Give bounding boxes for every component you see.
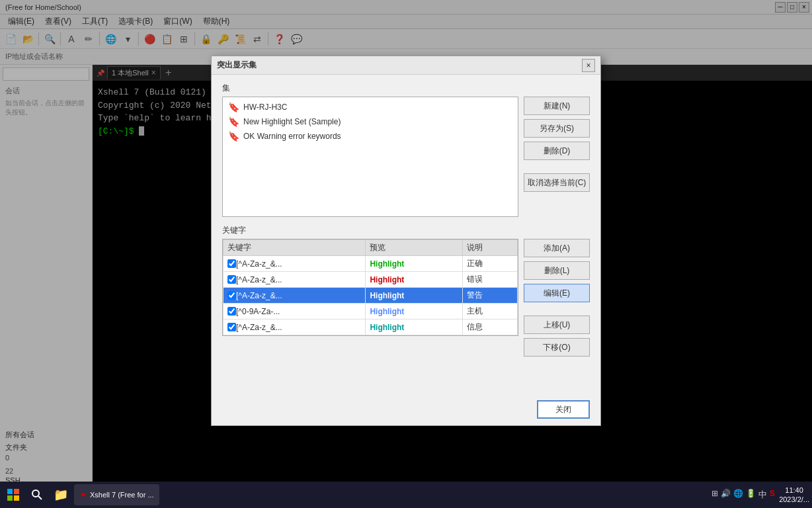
keyword-section-row: 关键字 预览 说明 xyxy=(222,239,590,357)
taskbar-app-s[interactable]: S xyxy=(770,489,775,501)
taskbar-xshell-app[interactable]: ✦ Xshell 7 (Free for ... xyxy=(74,484,159,505)
svg-rect-1 xyxy=(14,489,19,494)
col-preview: 预览 xyxy=(366,240,462,256)
kw-4-check-cell: [^A-Za-z_&... xyxy=(223,319,366,335)
set-list-container: 🔖 HW-RJ-H3C 🔖 New Highlight Set (Sample)… xyxy=(222,97,518,217)
kw-2-desc: 警告 xyxy=(462,288,517,304)
cancel-select-button[interactable]: 取消选择当前(C) xyxy=(524,173,590,192)
taskbar: 📁 ✦ Xshell 7 (Free for ... ⊞ 🔊 🌐 🔋 中 S 1… xyxy=(0,482,812,508)
save-as-button[interactable]: 另存为(S) xyxy=(524,119,590,138)
kw-2-checkbox[interactable] xyxy=(227,291,236,300)
kw-0-keyword: [^A-Za-z_&... xyxy=(236,259,282,269)
kw-1-keyword: [^A-Za-z_&... xyxy=(236,275,282,284)
add-kw-button[interactable]: 添加(A) xyxy=(524,239,590,257)
kw-1-check-cell: [^A-Za-z_&... xyxy=(223,272,366,288)
taskbar-app-label: Xshell 7 (Free for ... xyxy=(90,491,154,499)
kw-row-3[interactable]: [^0-9A-Za-... Highlight 主机 xyxy=(223,304,518,319)
kw-4-desc: 信息 xyxy=(462,319,517,335)
set-item-hw[interactable]: 🔖 HW-RJ-H3C xyxy=(223,100,518,114)
set-btn-panel: 新建(N) 另存为(S) 删除(D) 取消选择当前(C) xyxy=(524,97,590,192)
taskbar-icon-2[interactable]: 🔊 xyxy=(721,489,731,501)
kw-row-0[interactable]: [^A-Za-z_&... Highlight 正确 xyxy=(223,256,518,272)
windows-icon xyxy=(7,488,20,501)
set-list-frame: 🔖 HW-RJ-H3C 🔖 New Highlight Set (Sample)… xyxy=(222,97,518,217)
set-item-ok[interactable]: 🔖 OK Warning error keywords xyxy=(223,129,518,144)
kw-2-preview: Highlight xyxy=(366,288,462,304)
kw-3-highlight: Highlight xyxy=(370,307,404,316)
kw-3-keyword: [^0-9A-Za-... xyxy=(236,307,280,316)
highlight-dialog: 突出显示集 × 集 🔖 HW-RJ-H3C xyxy=(211,56,601,426)
kw-0-preview: Highlight xyxy=(366,256,462,272)
taskbar-icon-3[interactable]: 🌐 xyxy=(733,489,743,501)
set-item-2-label: OK Warning error keywords xyxy=(243,132,341,141)
kw-0-checkbox[interactable] xyxy=(227,259,236,268)
svg-point-4 xyxy=(32,490,39,497)
set-icon-0: 🔖 xyxy=(228,102,239,112)
dialog-close-x-button[interactable]: × xyxy=(582,59,595,72)
kw-1-checkbox[interactable] xyxy=(227,275,236,284)
taskbar-files-icon[interactable]: 📁 xyxy=(50,484,71,505)
kw-4-highlight: Highlight xyxy=(370,323,404,332)
dialog-close-button[interactable]: 关闭 xyxy=(537,400,590,419)
kw-4-preview: Highlight xyxy=(366,319,462,335)
keyword-table-frame: 关键字 预览 说明 xyxy=(222,239,518,336)
taskbar-search-icon[interactable] xyxy=(26,484,48,505)
set-icon-2: 🔖 xyxy=(228,131,239,142)
taskbar-date: 2023/2/... xyxy=(779,495,809,504)
kw-3-checkbox[interactable] xyxy=(227,307,236,316)
set-section: 集 🔖 HW-RJ-H3C 🔖 New Highlig xyxy=(222,83,590,217)
delete-kw-button[interactable]: 删除(L) xyxy=(524,261,590,280)
search-icon xyxy=(31,489,43,501)
kw-3-desc: 主机 xyxy=(462,304,517,319)
svg-rect-0 xyxy=(7,489,13,494)
svg-line-5 xyxy=(38,496,42,499)
new-set-button[interactable]: 新建(N) xyxy=(524,97,590,115)
keyword-table: 关键字 预览 说明 xyxy=(223,239,518,335)
kw-2-keyword: [^A-Za-z_&... xyxy=(236,291,282,300)
taskbar-time: 11:40 xyxy=(779,486,809,495)
delete-set-button[interactable]: 删除(D) xyxy=(524,142,590,160)
move-down-button[interactable]: 下移(O) xyxy=(524,338,590,357)
col-desc: 说明 xyxy=(462,240,517,256)
kw-0-desc: 正确 xyxy=(462,256,517,272)
kw-4-checkbox[interactable] xyxy=(227,323,236,331)
kw-1-highlight: Highlight xyxy=(370,275,404,284)
kw-3-preview: Highlight xyxy=(366,304,462,319)
taskbar-icon-1[interactable]: ⊞ xyxy=(711,489,718,501)
set-item-1-label: New Highlight Set (Sample) xyxy=(243,117,341,126)
col-keyword: 关键字 xyxy=(223,240,366,256)
edit-kw-button[interactable]: 编辑(E) xyxy=(524,284,590,302)
taskbar-sys-icons: ⊞ 🔊 🌐 🔋 中 S xyxy=(711,489,775,501)
set-item-new[interactable]: 🔖 New Highlight Set (Sample) xyxy=(223,114,518,129)
kw-btn-panel: 添加(A) 删除(L) 编辑(E) 上移(U) 下移(O) xyxy=(524,239,590,357)
dialog-title-bar: 突出显示集 × xyxy=(212,56,600,75)
kw-4-keyword: [^A-Za-z_&... xyxy=(236,323,282,332)
kw-row-4[interactable]: [^A-Za-z_&... Highlight 信息 xyxy=(223,319,518,335)
taskbar-start-button[interactable] xyxy=(3,484,24,505)
set-section-label: 集 xyxy=(222,83,590,94)
kw-1-desc: 错误 xyxy=(462,272,517,288)
taskbar-lang[interactable]: 中 xyxy=(758,489,767,501)
kw-0-check-cell: [^A-Za-z_&... xyxy=(223,256,366,272)
move-up-button[interactable]: 上移(U) xyxy=(524,316,590,334)
taskbar-icon-4[interactable]: 🔋 xyxy=(746,489,756,501)
dialog-footer: 关闭 xyxy=(212,394,600,425)
kw-0-highlight: Highlight xyxy=(370,259,404,269)
kw-row-2[interactable]: [^A-Za-z_&... Highlight 警告 xyxy=(223,288,518,304)
kw-2-highlight: Highlight xyxy=(370,291,404,300)
set-icon-1: 🔖 xyxy=(228,116,239,127)
kw-2-check-cell: [^A-Za-z_&... xyxy=(223,288,366,304)
kw-row-1[interactable]: [^A-Za-z_&... Highlight 错误 xyxy=(223,272,518,288)
keyword-section-label: 关键字 xyxy=(222,225,590,236)
taskbar-clock: 11:40 2023/2/... xyxy=(779,486,809,505)
set-item-0-label: HW-RJ-H3C xyxy=(243,103,287,112)
keyword-section: 关键字 关键字 预览 说明 xyxy=(222,225,590,357)
dialog-title-text: 突出显示集 xyxy=(217,60,257,71)
kw-1-preview: Highlight xyxy=(366,272,462,288)
svg-rect-3 xyxy=(14,495,19,501)
kw-3-check-cell: [^0-9A-Za-... xyxy=(223,304,366,319)
taskbar-app-icon: ✦ xyxy=(79,489,87,500)
set-section-row: 🔖 HW-RJ-H3C 🔖 New Highlight Set (Sample)… xyxy=(222,97,590,217)
modal-overlay: 突出显示集 × 集 🔖 HW-RJ-H3C xyxy=(0,0,812,482)
taskbar-right: ⊞ 🔊 🌐 🔋 中 S 11:40 2023/2/... xyxy=(711,486,809,505)
